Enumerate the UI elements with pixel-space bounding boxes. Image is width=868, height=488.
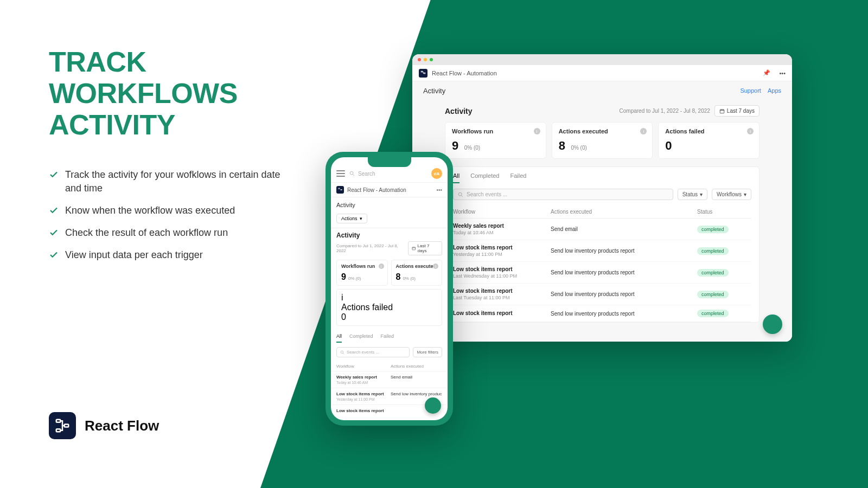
compared-to-text: Compared to Jul 1, 2022 - Jul 8, 2022 — [620, 108, 710, 114]
activity-tabs: All Completed Failed — [453, 172, 751, 183]
svg-rect-2 — [65, 425, 69, 427]
chevron-down-icon: ▾ — [744, 191, 746, 197]
table-row[interactable]: Low stock items reportLast Wednesday at … — [453, 262, 751, 284]
date-range-label: Last 7 days — [727, 108, 755, 114]
check-icon — [49, 206, 59, 215]
table-row[interactable]: Weekly sales reportToday at 10:46 AMSend… — [453, 219, 751, 240]
stat-pct: 0% (0) — [348, 276, 361, 281]
row-title: Low stock items report — [453, 288, 551, 294]
support-link[interactable]: Support — [740, 87, 761, 94]
stat-value: 0 — [341, 312, 346, 322]
marketing-left-panel: TRACK WORKFLOWS ACTIVITY Track the activ… — [49, 46, 298, 271]
table-row[interactable]: Low stock items reportLast Tuesday at 11… — [453, 284, 751, 305]
more-icon[interactable]: ••• — [779, 70, 786, 76]
table-row[interactable]: Weekly sales reportToday at 10:46 AMSend… — [331, 371, 448, 388]
apps-link[interactable]: Apps — [768, 87, 781, 94]
fab-button[interactable] — [425, 397, 441, 414]
row-title: Low stock items report — [453, 310, 551, 316]
mobile-device-frame: Search dA React Flow - Automation ••• Ac… — [326, 152, 453, 426]
filter-label: Status — [682, 191, 698, 197]
feature-text: View input data per each trigger — [65, 248, 203, 262]
phone-notch — [368, 157, 411, 167]
more-icon[interactable]: ••• — [436, 187, 442, 193]
more-filters-button[interactable]: More filters — [413, 347, 442, 357]
stat-label: Actions failed — [341, 303, 437, 312]
tab-completed[interactable]: Completed — [349, 333, 373, 343]
window-header: React Flow - Automation 📌 ••• — [412, 65, 792, 81]
close-icon[interactable] — [418, 58, 421, 61]
svg-point-6 — [458, 192, 462, 196]
row-title: Low stock items report — [453, 245, 551, 251]
info-icon[interactable]: i — [534, 128, 540, 134]
info-icon[interactable]: i — [341, 293, 437, 303]
mobile-page-heading: Activity — [331, 197, 448, 213]
search-input[interactable]: Search events ... — [453, 189, 673, 200]
fab-button[interactable] — [763, 314, 782, 334]
search-placeholder: Search — [358, 171, 375, 177]
maximize-icon[interactable] — [430, 58, 433, 61]
date-range-label: Last 7 days — [418, 243, 438, 253]
table-header: Workflow Actions executed Status — [453, 206, 751, 219]
svg-point-7 — [350, 171, 353, 175]
status-badge: completed — [697, 226, 729, 233]
page-subheader: Activity Support Apps — [412, 81, 792, 100]
actions-label: Actions — [341, 216, 358, 221]
mobile-table-header: Workflow Actions executed — [331, 362, 448, 371]
tab-all[interactable]: All — [453, 172, 459, 183]
svg-rect-0 — [56, 420, 61, 422]
info-icon[interactable]: i — [747, 128, 754, 134]
feature-bullet: Track the activity for your wofklows in … — [49, 168, 298, 195]
stat-workflows-run: i Workflows run 9 0% (0) — [445, 122, 546, 159]
page-title: TRACK WORKFLOWS ACTIVITY — [49, 46, 298, 141]
compared-to-text: Compared to Jul 1, 2022 - Jul 8, 2022 — [336, 243, 405, 253]
feature-text: Track the activity for your wofklows in … — [65, 168, 298, 195]
table-row[interactable]: Low stock items reportSend low inventory… — [453, 305, 751, 322]
info-icon[interactable]: i — [379, 264, 384, 269]
stat-label: Actions failed — [665, 128, 752, 134]
app-logo-icon — [336, 186, 344, 194]
feature-text: Know when the workflow was executed — [65, 204, 235, 217]
title-line-3: ACTIVITY — [49, 109, 175, 140]
col-actions: Actions executed — [391, 364, 442, 369]
mobile-window-title: React Flow - Automation — [347, 187, 406, 193]
row-time: Last Wednesday at 11:00 PM — [453, 273, 551, 279]
section-heading: Activity — [445, 107, 473, 115]
mobile-search-events-input[interactable]: Search events ... — [336, 347, 410, 357]
row-time: Last Tuesday at 11:00 PM — [453, 295, 551, 300]
filter-workflows-button[interactable]: Workflows ▾ — [712, 189, 751, 200]
stat-value: 9 — [341, 272, 346, 281]
tab-failed[interactable]: Failed — [381, 333, 394, 343]
actions-button[interactable]: Actions ▾ — [336, 214, 367, 223]
avatar[interactable]: dA — [431, 168, 442, 179]
status-badge: completed — [697, 291, 729, 298]
tab-all[interactable]: All — [336, 333, 342, 343]
minimize-icon[interactable] — [424, 58, 427, 61]
info-icon[interactable]: i — [433, 264, 438, 269]
stat-pct: 0% (0) — [464, 145, 480, 151]
info-icon[interactable]: i — [640, 128, 647, 134]
chevron-down-icon: ▾ — [700, 191, 703, 197]
status-badge: completed — [697, 310, 729, 317]
row-action: Send low inventory products report — [551, 269, 697, 275]
filter-status-button[interactable]: Status ▾ — [678, 189, 707, 200]
tab-failed[interactable]: Failed — [510, 172, 526, 183]
stat-label: Actions executed — [396, 264, 438, 269]
date-range-button[interactable]: Last 7 days — [714, 105, 760, 117]
feature-text: Check the result of each workflow run — [65, 226, 228, 240]
svg-rect-4 — [424, 73, 425, 74]
hamburger-icon[interactable] — [336, 170, 345, 177]
mobile-search-input[interactable]: Search — [349, 171, 427, 177]
stat-value: 9 — [452, 139, 458, 153]
stat-value: 8 — [559, 139, 565, 153]
table-row[interactable]: Low stock items reportYesterday at 11:00… — [453, 240, 751, 262]
tab-completed[interactable]: Completed — [470, 172, 499, 183]
row-time: Yesterday at 11:00 PM — [453, 252, 551, 257]
pin-icon[interactable]: 📌 — [763, 69, 770, 76]
stat-actions-executed: i Actions executed 8 0% (0) — [552, 122, 653, 159]
title-line-1: TRACK — [49, 46, 146, 78]
svg-rect-3 — [421, 71, 423, 72]
feature-bullet: View input data per each trigger — [49, 248, 298, 262]
status-badge: completed — [697, 247, 729, 255]
row-title: Low stock items report — [336, 391, 391, 396]
date-range-button[interactable]: Last 7 days — [408, 241, 442, 255]
